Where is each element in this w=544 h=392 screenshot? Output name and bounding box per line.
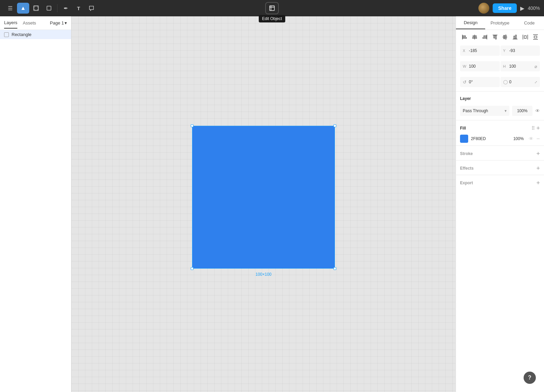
stroke-title: Stroke [460, 151, 473, 156]
left-panel-tabs: Layers Assets Page 1 ▾ [0, 16, 71, 30]
handle-bottom-right[interactable] [334, 267, 336, 270]
blend-mode-dropdown[interactable]: Pass Through ▾ [460, 106, 509, 116]
align-top-icon[interactable] [491, 33, 499, 41]
resize-icon[interactable]: ⤢ [534, 80, 537, 84]
svg-rect-14 [463, 36, 465, 37]
svg-rect-24 [495, 35, 496, 39]
w-label: W [463, 64, 468, 68]
fill-title: Fill [460, 126, 466, 131]
fill-icons: ⠿ + [531, 125, 540, 131]
blend-mode-value: Pass Through [463, 108, 488, 113]
fill-grid-icon[interactable]: ⠿ [531, 126, 535, 131]
svg-rect-33 [524, 36, 526, 38]
layer-checkbox[interactable] [4, 32, 9, 37]
pen-tool[interactable]: ✒ [60, 3, 72, 14]
lock-ratio-icon[interactable]: ⌀ [534, 64, 537, 69]
svg-rect-10 [270, 6, 274, 11]
effects-add-button[interactable]: + [536, 165, 540, 171]
align-right-icon[interactable] [480, 33, 489, 41]
fill-hex-value[interactable]: 2F80ED [471, 136, 508, 141]
user-avatar[interactable] [478, 3, 489, 14]
export-section-header: Export + [456, 176, 544, 188]
svg-rect-36 [534, 36, 537, 38]
opacity-field[interactable]: 100% [512, 106, 532, 116]
align-center-h-icon[interactable] [470, 33, 479, 41]
align-left-icon[interactable] [460, 33, 469, 41]
handle-top-left[interactable] [191, 124, 193, 127]
corner-field[interactable]: ◯ 0 ⤢ [500, 77, 540, 87]
canvas-rectangle[interactable]: 100×100 [192, 126, 335, 269]
corner-label: ◯ [503, 80, 508, 84]
transform-fields: ↺ 0° ◯ 0 ⤢ [456, 74, 544, 90]
edit-object-area: Edit Object [265, 2, 279, 14]
toolbar: ☰ ▲ ✒ T [0, 0, 544, 16]
align-bottom-icon[interactable] [511, 33, 520, 41]
canvas-object-wrapper: 100×100 [192, 126, 335, 269]
divider-4 [456, 160, 544, 160]
y-field[interactable]: Y -93 [500, 46, 540, 56]
svg-rect-21 [483, 37, 487, 38]
rotate-field[interactable]: ↺ 0° [460, 77, 500, 87]
export-title: Export [460, 181, 473, 185]
chevron-down-icon: ▾ [65, 20, 67, 25]
svg-rect-20 [484, 36, 487, 37]
fill-section-header: Fill ⠿ + [456, 122, 544, 133]
svg-rect-29 [514, 36, 515, 39]
play-button[interactable]: ▶ [520, 5, 524, 12]
tab-layers[interactable]: Layers [4, 17, 17, 29]
shape-tool[interactable] [43, 3, 55, 14]
stroke-add-button[interactable]: + [536, 151, 540, 157]
fill-visibility-icon[interactable]: 👁 [529, 136, 533, 141]
select-tool[interactable]: ▲ [17, 3, 29, 14]
effects-section-header: Effects + [456, 162, 544, 173]
x-field[interactable]: X -185 [460, 46, 500, 56]
fill-add-button[interactable]: + [536, 125, 540, 131]
right-panel: Design Prototype Code [456, 16, 544, 392]
fill-opacity-value[interactable]: 100% [511, 136, 526, 141]
distribute-v-icon[interactable] [531, 33, 540, 41]
rotate-label: ↺ [463, 80, 468, 85]
selection-border [192, 126, 335, 269]
handle-top-right[interactable] [334, 124, 336, 127]
layer-name: Rectangle [12, 32, 32, 37]
svg-rect-15 [463, 37, 466, 38]
export-add-button[interactable]: + [536, 180, 540, 186]
handle-bottom-left[interactable] [191, 267, 193, 270]
text-tool[interactable]: T [72, 3, 85, 14]
menu-button[interactable]: ☰ [4, 3, 16, 14]
divider-3 [456, 146, 544, 146]
tab-design[interactable]: Design [456, 17, 485, 29]
divider-5 [456, 175, 544, 175]
w-field[interactable]: W 100 [460, 61, 500, 71]
size-fields: W 100 H 100 ⌀ [456, 58, 544, 74]
y-value: -93 [509, 48, 538, 53]
layer-item-rectangle[interactable]: Rectangle [0, 30, 71, 39]
frame-tool[interactable] [30, 3, 42, 14]
canvas-area[interactable]: 100×100 [71, 16, 456, 392]
share-button[interactable]: Share [493, 3, 517, 13]
zoom-level[interactable]: 400% [528, 5, 540, 11]
tab-prototype[interactable]: Prototype [485, 17, 514, 29]
svg-rect-30 [515, 35, 516, 39]
page-selector[interactable]: Page 1 ▾ [50, 20, 67, 25]
fill-color-swatch[interactable] [460, 135, 468, 143]
comment-tool[interactable] [85, 3, 98, 14]
align-center-v-icon[interactable] [501, 33, 510, 41]
divider-1 [456, 91, 544, 91]
svg-rect-0 [34, 6, 38, 11]
svg-rect-9 [47, 6, 51, 10]
tab-assets[interactable]: Assets [23, 18, 36, 28]
w-value: 100 [469, 64, 497, 69]
fill-remove-button[interactable]: − [536, 136, 540, 142]
h-label: H [503, 64, 508, 68]
help-button[interactable]: ? [524, 372, 536, 384]
left-panel: Layers Assets Page 1 ▾ Rectangle [0, 16, 71, 392]
tab-code[interactable]: Code [515, 17, 544, 29]
visibility-toggle[interactable]: 👁 [535, 108, 540, 114]
fill-row: 2F80ED 100% 👁 − [456, 133, 544, 144]
separator-1 [57, 4, 57, 12]
h-field[interactable]: H 100 ⌀ [500, 61, 540, 71]
h-value: 100 [509, 64, 533, 69]
distribute-h-icon[interactable] [521, 33, 530, 41]
edit-object-button[interactable] [265, 2, 279, 14]
